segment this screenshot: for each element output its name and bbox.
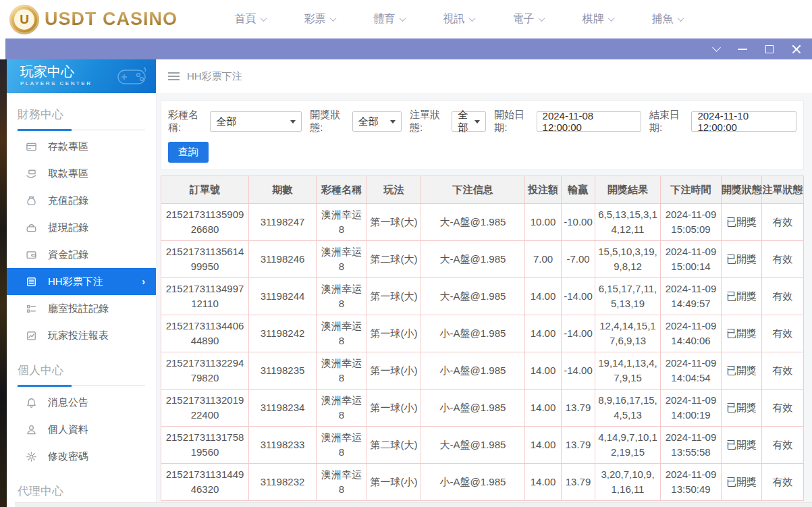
nav-item-label: 體育 bbox=[374, 12, 396, 26]
table-row: 215217311349971211031198244澳洲幸运8第一球(大)大-… bbox=[161, 278, 804, 315]
cell-period: 31198232 bbox=[249, 464, 317, 501]
sidebar-item-withdrawal-records[interactable]: 提現記錄 bbox=[7, 214, 156, 241]
cell-result: 19,14,1,13,4,7,9,15 bbox=[595, 352, 661, 390]
sidebar-item-profile[interactable]: 個人資料 bbox=[7, 416, 156, 443]
nav-chevron-down-icon bbox=[329, 15, 336, 22]
sidebar-item-announcements[interactable]: 消息公告 bbox=[7, 389, 156, 416]
cell-bet_time: 2024-11-09 14:40:06 bbox=[661, 315, 722, 352]
cell-order_status: 有效 bbox=[762, 241, 804, 278]
person-icon bbox=[26, 424, 37, 435]
cell-period: 31198234 bbox=[249, 390, 317, 427]
sidebar-item-change-password[interactable]: 修改密碼 bbox=[7, 443, 156, 470]
sidebar-item-recharge-records[interactable]: 充值記錄 bbox=[7, 187, 156, 214]
cell-order_no: 2152173113144946320 bbox=[161, 464, 249, 501]
table-row: 215217311317581956031198233澳洲幸运8第二球(大)大-… bbox=[161, 427, 804, 464]
funds-wallet-icon bbox=[26, 249, 37, 261]
horizontal-scrollbar[interactable] bbox=[15, 502, 812, 507]
cell-amount: 14.00 bbox=[525, 315, 562, 352]
sidebar-item-hh-lottery-bets[interactable]: HH彩票下注› bbox=[7, 268, 156, 295]
sidebar-item-funds-records[interactable]: 資金記錄 bbox=[7, 241, 156, 268]
top-bar: U USDT CASINO 首頁彩票體育視訊電子棋牌捕魚 bbox=[0, 0, 812, 38]
order-status-label: 注單狀態: bbox=[410, 109, 448, 134]
select-arrow-icon bbox=[475, 120, 480, 124]
start-date-value: 2024-11-08 12:00:00 bbox=[543, 110, 636, 133]
column-header-order_no: 訂單號 bbox=[161, 176, 249, 204]
withdrawal-purse-icon bbox=[26, 222, 37, 234]
nav-item-lottery[interactable]: 彩票 bbox=[285, 12, 354, 26]
nav-item-electronic[interactable]: 電子 bbox=[493, 12, 563, 26]
sidebar-item-label: 廳室投註記錄 bbox=[48, 302, 109, 315]
player-report-chart-icon bbox=[26, 330, 37, 342]
nav-item-video[interactable]: 視訊 bbox=[424, 12, 493, 26]
hamburger-icon[interactable] bbox=[168, 72, 180, 80]
cell-draw_status: 已開獎 bbox=[722, 464, 762, 501]
cell-order_no: 2152173113229479820 bbox=[161, 352, 249, 390]
cell-lottery: 澳洲幸运8 bbox=[317, 390, 367, 427]
cell-lottery: 澳洲幸运8 bbox=[317, 427, 367, 464]
nav-item-sports[interactable]: 體育 bbox=[354, 12, 424, 26]
sidebar-item-room-bet-records[interactable]: 廳室投註記錄 bbox=[7, 295, 156, 322]
window-minimize-icon[interactable] bbox=[738, 49, 747, 50]
cell-win_loss: -14.00 bbox=[562, 278, 595, 315]
window-close-icon[interactable] bbox=[792, 45, 801, 54]
end-date-label: 結束日期: bbox=[649, 109, 688, 134]
breadcrumb: HH彩票下注 bbox=[157, 59, 812, 93]
cell-result: 6,15,17,7,11,5,13,19 bbox=[595, 278, 661, 315]
cell-order_no: 2152173113201922400 bbox=[161, 390, 249, 427]
sidebar: 玩家中心 PLAYERS CENTER 財務中心存款專區取款專區充值記錄提現記錄… bbox=[7, 59, 157, 507]
sidebar-item-label: 提現記錄 bbox=[48, 221, 88, 234]
withdraw-hand-icon bbox=[26, 168, 37, 180]
cell-order_status: 有效 bbox=[762, 352, 804, 390]
cell-win_loss: 13.79 bbox=[562, 390, 595, 427]
select-arrow-icon bbox=[290, 120, 296, 124]
cell-win_loss: -14.00 bbox=[562, 315, 595, 352]
brand-name: USDT CASINO bbox=[45, 9, 178, 30]
cell-draw_status: 已開獎 bbox=[722, 241, 762, 278]
page-title: HH彩票下注 bbox=[187, 70, 242, 83]
cell-bet_time: 2024-11-09 14:00:19 bbox=[661, 390, 722, 427]
nav-item-label: 首頁 bbox=[235, 12, 256, 26]
column-header-result: 開獎結果 bbox=[595, 176, 661, 204]
cell-period: 31198242 bbox=[249, 315, 317, 352]
cell-bet_time: 2024-11-09 15:05:09 bbox=[661, 204, 722, 241]
start-date-input[interactable]: 2024-11-08 12:00:00 bbox=[537, 111, 642, 132]
order-status-select[interactable]: 全部 bbox=[452, 111, 486, 132]
cell-bet_info: 小-A盤@1.985 bbox=[421, 315, 525, 352]
column-header-period: 期數 bbox=[249, 176, 317, 204]
cell-period: 31198233 bbox=[249, 427, 317, 464]
cell-period: 31198235 bbox=[249, 352, 317, 390]
window-maximize-icon[interactable] bbox=[765, 45, 774, 53]
cell-bet_info: 大-A盤@1.985 bbox=[421, 427, 525, 464]
nav-item-home[interactable]: 首頁 bbox=[215, 12, 285, 26]
select-arrow-icon bbox=[390, 120, 396, 124]
table-header-row: 訂單號期數彩種名稱玩法下注信息投注額輸贏開獎結果下注時間開獎狀態注單狀態 bbox=[161, 176, 804, 204]
lottery-name-select[interactable]: 全部 bbox=[210, 111, 302, 132]
cell-lottery: 澳洲幸运8 bbox=[317, 204, 367, 241]
cell-amount: 7.00 bbox=[525, 241, 562, 278]
brand-logo[interactable]: U USDT CASINO bbox=[9, 5, 178, 34]
window-title-bar[interactable] bbox=[5, 38, 812, 59]
main-content: HH彩票下注 彩種名稱: 全部 開獎狀態: 全部 注單狀態: 全部 bbox=[157, 59, 812, 507]
nav-item-chess[interactable]: 棋牌 bbox=[563, 12, 632, 26]
sidebar-section-title: 代理中心 bbox=[18, 483, 145, 499]
end-date-input[interactable]: 2024-11-10 12:00:00 bbox=[691, 111, 796, 132]
cell-bet_info: 大-A盤@1.985 bbox=[421, 278, 525, 315]
nav-item-label: 視訊 bbox=[443, 12, 465, 26]
column-header-bet_info: 下注信息 bbox=[421, 176, 525, 204]
filter-row: 彩種名稱: 全部 開獎狀態: 全部 注單狀態: 全部 開始日期: 2024-11 bbox=[168, 109, 796, 134]
nav-item-fishing[interactable]: 捕魚 bbox=[632, 12, 702, 26]
column-header-win_loss: 輸贏 bbox=[562, 176, 595, 204]
draw-status-select[interactable]: 全部 bbox=[352, 111, 402, 132]
cell-order_status: 有效 bbox=[762, 427, 804, 464]
window-chevron-down-icon[interactable] bbox=[712, 43, 721, 52]
table-row: 215217311322947982031198235澳洲幸运8第一球(小)小-… bbox=[161, 352, 804, 390]
sidebar-item-withdraw-area[interactable]: 取款專區 bbox=[7, 160, 156, 187]
deposit-card-icon bbox=[26, 141, 37, 153]
cell-result: 6,5,13,15,3,14,12,11 bbox=[595, 204, 661, 241]
sidebar-header: 玩家中心 PLAYERS CENTER bbox=[7, 59, 156, 93]
sidebar-item-deposit-area[interactable]: 存款專區 bbox=[7, 133, 156, 160]
sidebar-item-player-bet-report[interactable]: 玩家投注報表 bbox=[7, 322, 156, 349]
order-status-value: 全部 bbox=[458, 109, 469, 134]
search-button[interactable]: 查詢 bbox=[168, 142, 209, 163]
section-divider bbox=[18, 128, 145, 130]
